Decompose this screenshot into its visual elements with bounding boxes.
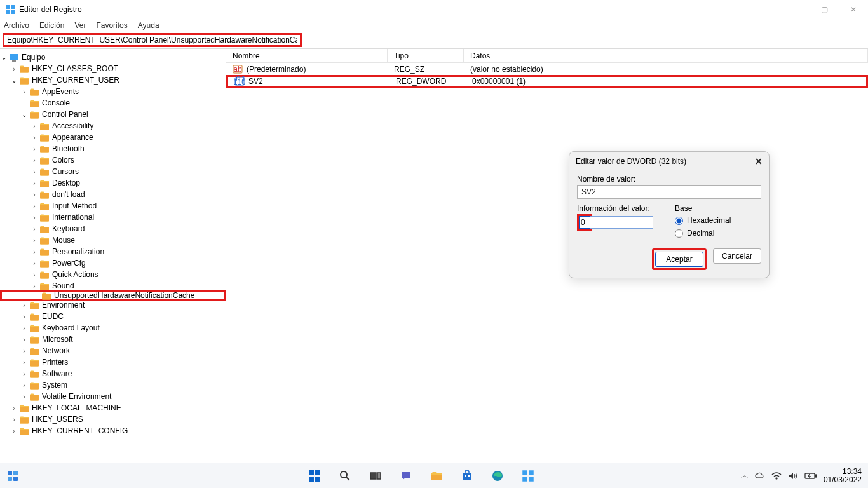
tree-expand-icon[interactable]: › [20, 348, 28, 355]
tree-item[interactable]: ›PowerCfg [0, 257, 226, 269]
tree-expand-icon[interactable]: ⌄ [0, 54, 8, 61]
tree-expand-icon[interactable]: › [20, 359, 28, 366]
tree-item[interactable]: Console [0, 97, 226, 109]
name-input[interactable] [577, 185, 761, 199]
dialog-titlebar[interactable]: Editar valor de DWORD (32 bits) ✕ [569, 152, 769, 171]
edge-icon[interactable] [485, 463, 510, 489]
radio-decimal[interactable] [675, 229, 683, 238]
tree-expand-icon[interactable]: › [20, 336, 28, 343]
tree-item[interactable]: ›Appearance [0, 132, 226, 143]
tree-pane[interactable]: ⌄Equipo›HKEY_CLASSES_ROOT⌄HKEY_CURRENT_U… [0, 49, 226, 468]
registry-value-row[interactable]: ab(Predeterminado)REG_SZ(valor no establ… [226, 63, 868, 76]
store-icon[interactable] [454, 463, 480, 489]
tree-expand-icon[interactable]: › [31, 157, 38, 164]
tree-expand-icon[interactable]: › [31, 214, 38, 221]
menu-edit[interactable]: Edición [39, 21, 64, 30]
tree-expand-icon[interactable]: › [31, 237, 38, 244]
tree-item[interactable]: ›Accessibility [0, 120, 226, 132]
tray-battery-icon[interactable] [804, 472, 817, 480]
tree-expand-icon[interactable]: › [31, 283, 38, 290]
cancel-button[interactable]: Cancelar [713, 248, 761, 264]
menu-help[interactable]: Ayuda [138, 21, 159, 30]
tree-expand-icon[interactable]: › [31, 180, 38, 187]
registry-value-row[interactable]: 011110SV2REG_DWORD0x00000001 (1) [226, 75, 868, 88]
tree-expand-icon[interactable]: › [20, 313, 28, 320]
regedit-taskbar-icon[interactable] [515, 463, 541, 489]
address-bar[interactable] [3, 33, 302, 47]
tree-expand-icon[interactable]: › [31, 191, 38, 198]
value-input[interactable] [579, 216, 590, 229]
close-button[interactable]: ✕ [839, 0, 868, 19]
tree-item[interactable]: ›Quick Actions [0, 269, 226, 280]
tree-expand-icon[interactable]: › [20, 393, 28, 400]
tree-item[interactable]: ›Mouse [0, 234, 226, 246]
menu-view[interactable]: Ver [74, 21, 86, 30]
minimize-button[interactable]: — [780, 0, 810, 19]
dialog-close-icon[interactable]: ✕ [755, 156, 763, 166]
tree-expand-icon[interactable]: › [31, 203, 38, 210]
tree-item[interactable]: ›Printers [0, 356, 226, 368]
tree-item[interactable]: ›Desktop [0, 177, 226, 189]
tree-expand-icon[interactable]: › [31, 271, 38, 278]
tree-item[interactable]: ›Keyboard Layout [0, 322, 226, 334]
tree-item[interactable]: ›EUDC [0, 311, 226, 322]
menu-favorites[interactable]: Favoritos [96, 21, 127, 30]
widgets-icon[interactable] [0, 463, 25, 489]
tree-expand-icon[interactable]: › [31, 134, 38, 141]
tray-onedrive-icon[interactable] [755, 472, 765, 480]
tree-item[interactable]: ›HKEY_CLASSES_ROOT [0, 63, 226, 74]
tree-item[interactable]: ⌄HKEY_CURRENT_USER [0, 74, 226, 86]
taskbar-clock[interactable]: 13:34 01/03/2022 [824, 468, 862, 484]
tree-expand-icon[interactable]: › [31, 260, 38, 267]
tree-expand-icon[interactable]: › [31, 123, 38, 130]
tree-expand-icon[interactable]: › [10, 416, 18, 423]
col-name[interactable]: Nombre [226, 49, 388, 62]
maximize-button[interactable]: ▢ [810, 0, 839, 19]
accept-button[interactable]: Aceptar [655, 252, 703, 267]
tree-expand-icon[interactable]: › [10, 65, 18, 72]
tree-item[interactable]: ›Environment [0, 299, 226, 311]
tree-item[interactable]: ›AppEvents [0, 86, 226, 97]
menu-file[interactable]: Archivo [4, 21, 29, 30]
col-type[interactable]: Tipo [388, 49, 464, 62]
tree-expand-icon[interactable]: › [20, 370, 28, 377]
tree-item[interactable]: ›don't load [0, 189, 226, 200]
tree-item[interactable]: ›Keyboard [0, 223, 226, 234]
tree-item[interactable]: ›Input Method [0, 200, 226, 212]
col-data[interactable]: Datos [464, 49, 868, 62]
start-icon[interactable] [302, 463, 327, 489]
tree-expand-icon[interactable]: ⌄ [20, 111, 28, 118]
chat-icon[interactable] [393, 463, 419, 489]
tree-item[interactable]: ⌄Control Panel [0, 109, 226, 120]
tree-item[interactable]: ›HKEY_USERS [0, 414, 226, 425]
explorer-icon[interactable] [424, 463, 449, 489]
tree-expand-icon[interactable]: › [20, 302, 28, 309]
tree-expand-icon[interactable]: › [31, 248, 38, 255]
tree-expand-icon[interactable]: › [31, 168, 38, 175]
list-pane[interactable]: Nombre Tipo Datos ab(Predeterminado)REG_… [226, 49, 868, 468]
search-icon[interactable] [332, 463, 358, 489]
tree-item[interactable]: ›Software [0, 368, 226, 379]
tree-item[interactable]: ›Cursors [0, 166, 226, 177]
tree-expand-icon[interactable]: › [10, 405, 18, 412]
radio-hexadecimal[interactable] [675, 217, 683, 225]
tree-item[interactable]: ›Volatile Environment [0, 391, 226, 402]
tree-item[interactable]: ›Network [0, 345, 226, 356]
tree-item[interactable]: ›Colors [0, 154, 226, 166]
address-input[interactable] [7, 36, 297, 44]
tree-item[interactable]: ›System [0, 379, 226, 391]
tree-expand-icon[interactable]: ⌄ [10, 77, 18, 84]
tree-item[interactable]: ›HKEY_CURRENT_CONFIG [0, 425, 226, 437]
tray-chevron-icon[interactable]: ︿ [741, 470, 749, 481]
tray-volume-icon[interactable] [788, 472, 798, 480]
tree-item[interactable]: ›Bluetooth [0, 143, 226, 154]
tree-expand-icon[interactable]: › [31, 226, 38, 233]
tree-item[interactable]: ›International [0, 212, 226, 223]
taskview-icon[interactable] [363, 463, 388, 489]
tray-wifi-icon[interactable] [771, 472, 782, 480]
tree-expand-icon[interactable]: › [20, 88, 28, 95]
tree-expand-icon[interactable]: › [31, 146, 38, 152]
tree-expand-icon[interactable]: › [10, 428, 18, 435]
tree-expand-icon[interactable]: › [20, 382, 28, 389]
tree-item[interactable]: ⌄Equipo [0, 51, 226, 63]
